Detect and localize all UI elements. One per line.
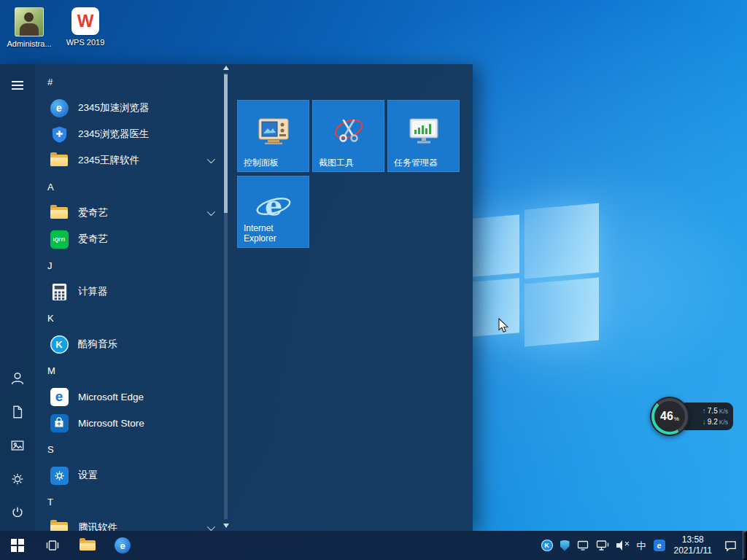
app-item-microsoft-edge[interactable]: e Microsoft Edge [35,384,220,410]
chevron-down-icon[interactable] [207,208,215,216]
volume-muted-tray-icon[interactable] [616,540,630,551]
windows-logo-pane [525,203,599,279]
app-item-iqiyi-folder[interactable]: 爱奇艺 [35,200,220,226]
tile-label: 截图工具 [319,158,379,168]
ime-language-indicator[interactable]: 中 [637,541,646,551]
app-list-scrollbar[interactable] [222,64,231,531]
browser-tray-icon[interactable]: e [654,540,665,551]
kugou-tray-icon[interactable]: K [541,540,553,551]
app-item-iqiyi[interactable]: iQIYI 爱奇艺 [35,226,220,252]
scroll-down-arrow[interactable] [223,524,229,528]
usage-percent-unit: % [674,416,679,422]
start-button[interactable] [0,531,35,560]
settings-button[interactable] [0,462,35,496]
app-item-tencent-folder[interactable]: 腾讯软件 [35,515,220,531]
wps-icon: W [71,7,99,35]
usage-gauge[interactable]: 46 % [650,397,689,436]
upload-speed-row: ↑ 7.5 K/s [703,406,728,416]
app-item-2345-doctor[interactable]: 2345浏览器医生 [35,121,220,147]
expand-menu-button[interactable] [0,69,35,102]
download-arrow-icon: ↓ [703,417,706,427]
start-app-list: # e 2345加速浏览器 2345浏览器医生 [35,64,220,531]
tile-control-panel[interactable]: 控制面板 [237,100,309,172]
app-label: 酷狗音乐 [78,338,117,351]
folder-icon [50,151,69,170]
clock-time: 13:58 [682,534,704,545]
app-section-k[interactable]: K [35,305,220,331]
calculator-icon [50,282,69,301]
kugou-icon: K [50,335,69,354]
windows-logo-icon [11,539,24,552]
app-label: 腾讯软件 [78,521,117,531]
shortcut-label: Administra... [7,39,51,48]
browser-icon: e [115,537,131,553]
scrollbar-thumb[interactable] [224,74,228,213]
app-section-s[interactable]: S [35,436,220,462]
pictures-button[interactable] [0,429,35,462]
tile-snipping-tool[interactable]: 截图工具 [312,100,384,172]
app-item-2345-browser[interactable]: e 2345加速浏览器 [35,95,220,121]
task-view-button[interactable] [35,531,70,560]
app-item-kugou[interactable]: K 酷狗音乐 [35,331,220,357]
ethernet-network-tray-icon[interactable] [596,540,609,551]
download-unit: K/s [719,418,728,427]
ie-letter: e [264,190,282,222]
taskbar-empty-area[interactable] [140,531,538,560]
iqiyi-icon: iQIYI [50,230,69,249]
section-label: # [47,77,53,88]
system-tray: K 中 e [538,531,668,560]
tile-label: 控制面板 [244,158,304,168]
file-explorer-icon [80,539,96,552]
power-button[interactable] [0,496,35,529]
tile-task-manager[interactable]: 任务管理器 [387,100,460,172]
upload-unit: K/s [719,407,728,416]
chevron-down-icon[interactable] [207,523,215,531]
2345-browser-icon: e [50,98,69,117]
section-label: J [47,260,53,271]
app-window-tray-icon[interactable] [577,540,589,551]
shortcut-label: WPS 2019 [66,38,105,47]
net-speed-float-widget[interactable]: ↑ 7.5 K/s ↓ 9.2 K/s 46 % [650,397,738,436]
app-label: Microsoft Store [78,418,144,429]
show-desktop-button[interactable] [743,531,747,560]
mouse-cursor [498,318,512,337]
iqiyi-wordmark: iQIYI [53,237,65,242]
user-icon [9,370,26,386]
app-item-2345-suite[interactable]: 2345王牌软件 [35,147,220,174]
scroll-up-arrow[interactable] [223,66,229,70]
start-menu: # e 2345加速浏览器 2345浏览器医生 [0,64,473,531]
shield-plus-icon [50,125,69,144]
file-explorer-button[interactable] [70,531,105,560]
app-label: 爱奇艺 [78,206,108,219]
app-label: Microsoft Edge [78,392,144,402]
app-item-calculator[interactable]: 计算器 [35,279,220,305]
documents-button[interactable] [0,395,35,429]
user-photo-icon [15,7,44,36]
app-item-settings[interactable]: 设置 [35,462,220,489]
browser-2345-taskbar-button[interactable]: e [105,531,140,560]
section-label: M [47,365,55,376]
desktop-shortcut-wps-2019[interactable]: W WPS 2019 [59,7,112,47]
tile-internet-explorer[interactable]: e Internet Explorer [237,176,309,248]
app-label: 2345加速浏览器 [78,101,150,114]
app-section-hash[interactable]: # [35,69,220,95]
windows-logo-pane [472,214,519,277]
app-section-a[interactable]: A [35,174,220,200]
browser-letter: e [120,540,125,551]
app-label: 2345浏览器医生 [78,128,150,141]
taskbar-clock[interactable]: 13:58 2021/1/11 [668,531,719,560]
user-account-button[interactable] [0,362,35,395]
app-section-j[interactable]: J [35,252,220,279]
clock-date: 2021/1/11 [674,545,713,556]
app-section-t[interactable]: T [35,489,220,515]
section-label: A [47,182,54,192]
settings-gear-icon [50,466,69,485]
chevron-down-icon[interactable] [207,155,215,163]
app-item-microsoft-store[interactable]: Microsoft Store [35,410,220,436]
desktop-shortcut-administrator[interactable]: Administra... [3,7,55,48]
windows-logo-pane [472,278,519,337]
security-shield-tray-icon[interactable] [560,540,570,551]
upload-arrow-icon: ↑ [703,406,706,416]
app-section-m[interactable]: M [35,357,220,384]
action-center-button[interactable] [718,531,743,560]
